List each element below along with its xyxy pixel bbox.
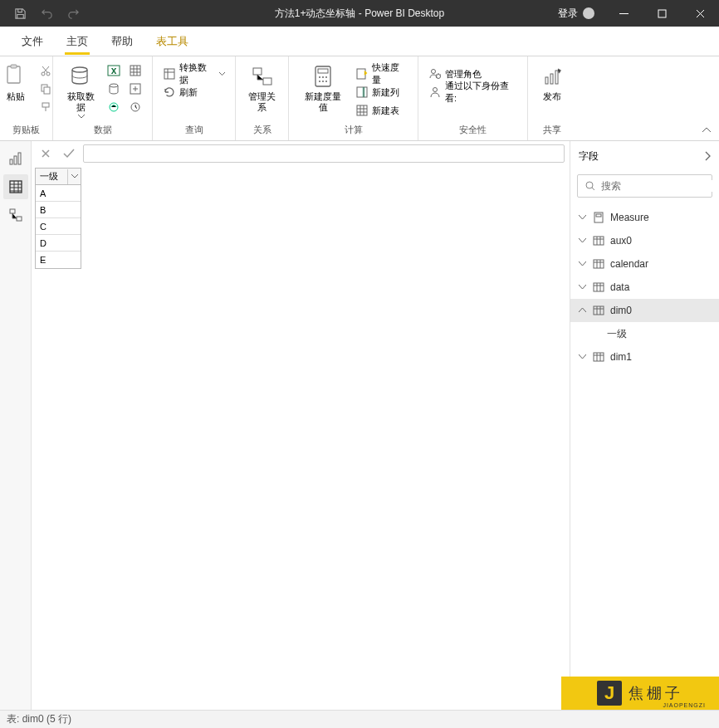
copy-button[interactable] — [36, 80, 56, 98]
copy-icon — [39, 82, 52, 95]
data-view-button[interactable] — [3, 174, 28, 199]
view-switcher — [0, 141, 32, 710]
tab-help[interactable]: 帮助 — [101, 27, 143, 56]
tab-tabletools[interactable]: 表工具 — [146, 27, 198, 56]
svg-rect-2 — [11, 65, 17, 68]
svg-point-30 — [432, 70, 436, 74]
dataset-icon — [129, 64, 142, 77]
chevron-down-icon — [219, 72, 225, 76]
ribbon-group-data: 获取数据 x 数据 — [53, 56, 153, 140]
field-column-yiji[interactable]: 一级 — [570, 322, 719, 345]
cut-icon — [39, 64, 52, 77]
svg-rect-33 — [545, 77, 548, 84]
ribbon-group-relation: 管理关系 关系 — [236, 56, 289, 140]
login-button[interactable]: 登录 — [548, 0, 604, 27]
table-row[interactable]: E — [36, 252, 81, 268]
table-icon — [592, 257, 605, 271]
svg-rect-18 — [263, 78, 271, 85]
transform-button[interactable]: 转换数据 — [159, 65, 228, 83]
column-header[interactable]: 一级 — [36, 169, 81, 185]
svg-rect-0 — [658, 10, 666, 17]
ribbon-group-calc: 新建度量值 快速度量 新建列 新建表 计算 — [289, 56, 418, 140]
field-item-calendar[interactable]: calendar — [570, 252, 719, 276]
tab-home[interactable]: 主页 — [56, 27, 98, 56]
table-row[interactable]: C — [36, 218, 81, 235]
fields-pane-header: 字段 — [570, 141, 719, 171]
cut-button[interactable] — [36, 61, 56, 80]
table-row[interactable]: A — [36, 185, 81, 202]
new-table-button[interactable]: 新建表 — [352, 101, 411, 120]
field-item-aux0[interactable]: aux0 — [570, 229, 719, 252]
field-item-dim1[interactable]: dim1 — [570, 345, 719, 369]
close-button[interactable] — [681, 0, 719, 27]
search-input[interactable] — [601, 180, 719, 192]
publish-button[interactable]: 发布 — [534, 61, 570, 104]
recent-button[interactable] — [125, 98, 145, 116]
pbi-dataset-button[interactable] — [125, 61, 145, 80]
svg-point-31 — [437, 75, 441, 79]
sql-button[interactable] — [104, 80, 124, 98]
redo-icon[interactable] — [61, 2, 85, 25]
chevron-down-icon — [577, 213, 587, 222]
fields-list: Measure aux0 calendar data dim0 一级 — [570, 201, 719, 710]
ribbon: 粘贴 剪贴板 获取数据 x — [0, 56, 719, 141]
table-row[interactable]: B — [36, 202, 81, 218]
minimize-button[interactable] — [604, 0, 643, 27]
svg-point-12 — [110, 84, 118, 87]
svg-rect-38 — [18, 153, 21, 164]
report-view-button[interactable] — [3, 146, 28, 171]
maximize-button[interactable] — [643, 0, 681, 27]
status-bar: 表: dim0 (5 行) — [0, 710, 719, 728]
refresh-icon — [163, 86, 176, 99]
enter-data-button[interactable] — [125, 80, 145, 98]
model-view-button[interactable] — [3, 203, 28, 227]
refresh-button[interactable]: 刷新 — [159, 83, 228, 101]
column-icon — [355, 86, 369, 99]
tab-file[interactable]: 文件 — [12, 27, 53, 56]
commit-formula-button[interactable] — [60, 144, 78, 163]
table-icon — [592, 350, 605, 364]
paste-button[interactable]: 粘贴 — [0, 61, 34, 104]
svg-point-23 — [325, 76, 327, 78]
getdata-button[interactable]: 获取数据 — [60, 61, 102, 120]
formula-input[interactable] — [83, 144, 565, 163]
excel-button[interactable]: x — [104, 61, 124, 80]
svg-point-42 — [586, 182, 593, 188]
ribbon-group-security: 管理角色 通过以下身份查看: 安全性 — [418, 56, 528, 140]
chevron-right-icon[interactable] — [704, 151, 711, 161]
format-painter-button[interactable] — [36, 98, 56, 116]
table-row[interactable]: D — [36, 235, 81, 252]
column-dropdown-icon[interactable] — [67, 169, 81, 184]
fields-search[interactable] — [577, 174, 712, 198]
relation-icon — [249, 63, 276, 90]
cancel-formula-button[interactable] — [37, 144, 55, 163]
field-item-dim0[interactable]: dim0 — [570, 299, 719, 322]
save-icon[interactable] — [8, 2, 32, 25]
roles-icon — [428, 67, 442, 81]
svg-rect-16 — [164, 69, 174, 79]
fields-pane: 字段 Measure aux0 calendar data — [570, 141, 719, 710]
new-column-button[interactable]: 新建列 — [352, 83, 411, 101]
chevron-down-icon — [577, 236, 587, 246]
svg-point-26 — [325, 81, 327, 82]
svg-rect-17 — [253, 68, 262, 75]
manage-relations-button[interactable]: 管理关系 — [242, 61, 281, 115]
quick-measure-button[interactable]: 快速度量 — [352, 65, 411, 83]
svg-rect-44 — [596, 214, 601, 217]
svg-rect-45 — [594, 237, 604, 245]
field-item-data[interactable]: data — [570, 276, 719, 299]
ribbon-collapse-button[interactable] — [701, 124, 712, 135]
field-item-measure[interactable]: Measure — [570, 206, 719, 229]
undo-icon[interactable] — [35, 2, 58, 25]
status-text: 表: dim0 (5 行) — [7, 712, 71, 726]
calculator-icon — [310, 63, 336, 90]
dataverse-button[interactable] — [104, 98, 124, 116]
excel-icon: x — [107, 64, 120, 77]
svg-point-32 — [433, 88, 438, 92]
watermark: J 焦棚子 JIAOPENGZI — [561, 677, 719, 710]
new-measure-button[interactable]: 新建度量值 — [296, 61, 350, 115]
svg-rect-46 — [594, 260, 604, 268]
svg-rect-41 — [17, 217, 22, 221]
svg-rect-11 — [130, 66, 140, 76]
view-as-button[interactable]: 通过以下身份查看: — [425, 83, 521, 101]
